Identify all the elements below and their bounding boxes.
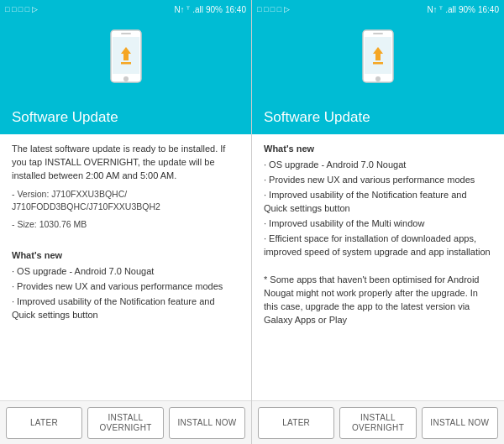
later-button-right[interactable]: LATER <box>258 407 334 439</box>
hero-area-left <box>0 18 251 102</box>
svg-point-3 <box>123 76 129 81</box>
time-display-right: 16:40 <box>478 5 499 14</box>
status-icons-right-left: □ □ □ □ ▷ <box>257 5 290 13</box>
status-icons-left: □ □ □ □ ▷ <box>5 5 38 13</box>
status-bar-right: □ □ □ □ ▷ N↑ ᵀ .all 90% 16:40 <box>252 0 504 18</box>
svg-rect-11 <box>373 62 383 65</box>
bullet-3-left: · Improved usability of the Notification… <box>12 295 239 322</box>
content-area-right: What's new · OS upgrade - Android 7.0 No… <box>252 134 504 400</box>
status-info-right-right: N↑ ᵀ .all 90% 16:40 <box>427 5 499 14</box>
notification-icons-right: □ □ □ □ ▷ <box>257 5 290 13</box>
svg-rect-2 <box>121 33 131 34</box>
phone-download-icon-right <box>358 29 398 89</box>
page-title-left: Software Update <box>12 109 239 126</box>
panel-right: □ □ □ □ ▷ N↑ ᵀ .all 90% 16:40 Software U… <box>252 0 504 444</box>
bullet-1-right: · OS upgrade - Android 7.0 Nougat <box>264 159 492 172</box>
install-overnight-button-right[interactable]: INSTALL OVERNIGHT <box>339 407 416 439</box>
bottom-bar-left: LATER INSTALL OVERNIGHT INSTALL NOW <box>0 400 251 444</box>
battery-level: 90% <box>206 5 223 14</box>
bullet-1-left: · OS upgrade - Android 7.0 Nougat <box>12 265 239 279</box>
content-area-left: The latest software update is ready to b… <box>0 134 251 400</box>
signal-icon-right: N↑ ᵀ .all <box>427 5 456 14</box>
bullet-4-right: · Improved usability of the Multi window <box>264 217 492 231</box>
phone-download-icon <box>106 29 146 89</box>
install-now-button-right[interactable]: INSTALL NOW <box>422 407 498 439</box>
notification-icons: □ □ □ □ ▷ <box>5 5 38 13</box>
time-display: 16:40 <box>225 5 246 14</box>
install-overnight-button-left[interactable]: INSTALL OVERNIGHT <box>87 407 164 439</box>
svg-rect-5 <box>121 62 131 65</box>
bullet-5-right: · Efficient space for installation of do… <box>264 232 492 259</box>
battery-level-right: 90% <box>459 5 475 14</box>
bullet-2-left: · Provides new UX and various performanc… <box>12 280 239 294</box>
version-text: - Version: J710FXXU3BQHC/ J710FODD3BQHC/… <box>12 188 239 213</box>
disclaimer-text: * Some apps that haven't been optimised … <box>264 274 492 327</box>
body-text-left: The latest software update is ready to b… <box>12 143 239 183</box>
status-info-right: N↑ ᵀ .all 90% 16:40 <box>174 5 246 14</box>
whats-new-title-right: What's new <box>264 143 492 156</box>
title-band-left: Software Update <box>0 102 251 134</box>
status-bar-left: □ □ □ □ ▷ N↑ ᵀ .all 90% 16:40 <box>0 0 251 18</box>
bottom-bar-right: LATER INSTALL OVERNIGHT INSTALL NOW <box>252 400 504 444</box>
svg-rect-8 <box>373 33 383 34</box>
size-text: - Size: 1030.76 MB <box>12 218 239 231</box>
install-now-button-left[interactable]: INSTALL NOW <box>169 407 245 439</box>
signal-icon: N↑ ᵀ .all <box>174 5 203 14</box>
hero-area-right <box>252 18 504 102</box>
later-button-left[interactable]: LATER <box>6 407 82 439</box>
whats-new-title-left: What's new <box>12 249 239 263</box>
bullet-2-right: · Provides new UX and various performanc… <box>264 174 492 187</box>
bullet-3-right: · Improved usability of the Notification… <box>264 189 492 216</box>
panel-left: □ □ □ □ ▷ N↑ ᵀ .all 90% 16:40 <box>0 0 252 444</box>
title-band-right: Software Update <box>252 102 504 134</box>
svg-point-9 <box>375 76 381 81</box>
page-title-right: Software Update <box>264 109 492 126</box>
